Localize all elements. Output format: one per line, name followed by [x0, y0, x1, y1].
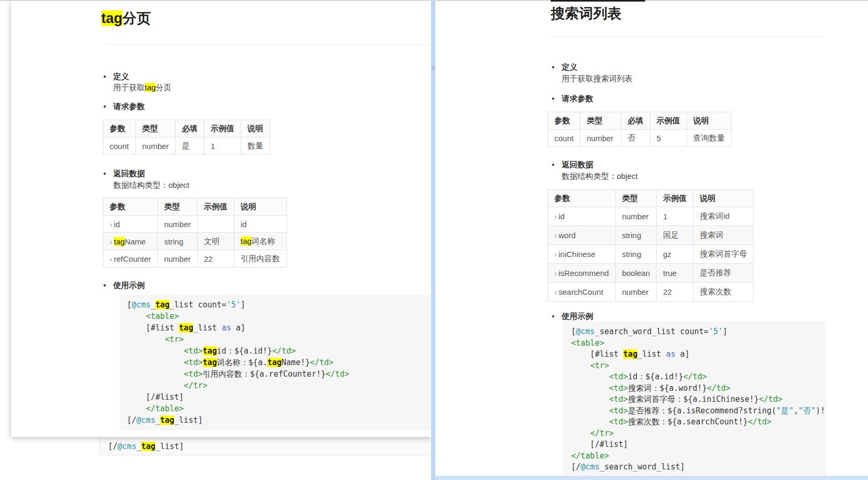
- highlight-mark: tag: [141, 442, 155, 451]
- table-header-row: 参数类型示例值说明: [548, 190, 754, 207]
- code-line: <td>tag词名称：${a.tagName!}</td>: [127, 357, 431, 368]
- text-segment: '5': [227, 300, 241, 310]
- table-cell: tag词名称: [234, 233, 286, 250]
- section-request-params: •请求参数: [552, 93, 593, 104]
- section-label: 定义: [113, 72, 129, 81]
- text-segment: ]: [241, 300, 245, 310]
- text-segment: <table>: [146, 312, 179, 321]
- table-row: countnumber是1数量: [103, 137, 270, 155]
- left-screenshot-area: [/@cms_tag_list] tag分页 •定义 用于获取tag分页 •请求…: [0, 0, 431, 480]
- table-cell: string: [157, 233, 197, 250]
- text-segment: iniChinese: [559, 250, 595, 259]
- text-segment: [571, 406, 609, 415]
- text-segment: _list: [193, 323, 221, 333]
- table-cell: 22: [197, 250, 234, 268]
- table-row: ›iniChinesestringgz搜索词首字母: [548, 245, 754, 264]
- table-cell: ›searchCount: [548, 283, 616, 302]
- text-segment: ]: [723, 327, 727, 336]
- column-header: 示例值: [650, 112, 687, 130]
- table-cell: 1: [204, 137, 241, 155]
- table-cell: 国足: [657, 226, 693, 245]
- section-definition: •定义: [103, 71, 129, 82]
- text-segment: 词名称: [252, 237, 275, 246]
- text-segment: [/: [571, 462, 581, 472]
- column-header: 参数: [548, 112, 581, 130]
- text-segment: 搜索词：${a.word!}: [628, 383, 706, 393]
- text-segment: [127, 346, 184, 356]
- table-cell: number: [615, 283, 656, 302]
- bullet-icon: •: [552, 93, 562, 104]
- text-segment: Name: [125, 237, 146, 246]
- text-segment: <td>: [184, 346, 202, 356]
- bullet-icon: •: [103, 168, 113, 179]
- table-cell: ›refCounter: [103, 250, 158, 268]
- text-segment: [127, 312, 146, 321]
- text-segment: id: [559, 212, 565, 221]
- definition-text: 用于获取tag分页: [113, 82, 172, 93]
- highlight-mark: tag: [101, 10, 123, 26]
- text-segment: [/#list]: [127, 392, 184, 402]
- text-segment: word: [559, 231, 576, 240]
- table-cell: number: [615, 207, 656, 226]
- text-segment: <td>: [184, 369, 202, 379]
- column-header: 示例值: [204, 120, 241, 137]
- text-segment: <td>: [609, 383, 628, 393]
- text-segment: a]: [231, 323, 245, 333]
- table-cell: number: [136, 137, 176, 155]
- table-cell: 否: [621, 130, 650, 147]
- response-data-table: 参数类型示例值说明›idnumber1搜索词id›wordstring国足搜索词…: [548, 189, 754, 302]
- text-segment: )!}: [816, 406, 826, 415]
- highlight-mark: tag: [203, 358, 217, 367]
- text-segment: '5': [709, 327, 723, 336]
- usage-example-code: [@cms_tag_list count='5'] <table> [#list…: [120, 295, 431, 430]
- text-segment: ›: [554, 250, 559, 259]
- text-segment: _list]: [174, 415, 202, 425]
- text-segment: 引用内容数：${a.refCounter!}: [203, 369, 326, 379]
- bullet-icon: •: [552, 159, 562, 170]
- column-header: 说明: [693, 190, 754, 207]
- data-type-note: 数据结构类型：object: [113, 180, 189, 190]
- section-label: 请求参数: [562, 94, 593, 103]
- scrollbar-strip[interactable]: [431, 0, 435, 480]
- text-segment: 分页: [123, 10, 151, 26]
- code-line: <td>是否推荐：${a.isRecommend?string("是","否")…: [571, 406, 826, 417]
- highlight-mark: tag: [160, 415, 174, 425]
- bullet-icon: •: [552, 62, 562, 72]
- table-cell: id: [234, 216, 286, 233]
- bullet-icon: •: [103, 101, 113, 112]
- text-segment: ›: [554, 231, 559, 240]
- text-segment: </td>: [748, 417, 771, 426]
- code-line: [@cms_tag_list count='5']: [127, 299, 431, 311]
- code-line: <table>: [127, 311, 431, 322]
- request-params-table: 参数类型必填示例值说明countnumber是1数量: [103, 120, 270, 155]
- code-line: <td>搜索次数：${a.searchCount!}</td>: [571, 417, 826, 428]
- section-label: 返回数据: [562, 160, 593, 169]
- table-row: countnumber否5查询数量: [548, 130, 732, 147]
- table-row: ›tagNamestring文明tag词名称: [103, 233, 287, 250]
- code-line: [@cms_search_word_list count='5']: [571, 326, 826, 338]
- text-segment: <td>: [184, 358, 202, 367]
- cropped-heading-edge: [551, 0, 645, 2]
- text-segment: [571, 383, 609, 393]
- text-segment: _list: [637, 349, 666, 359]
- code-line: <tr>: [571, 360, 826, 372]
- tag-page-panel: tag分页 •定义 用于获取tag分页 •请求参数 参数类型必填示例值说明cou…: [11, 1, 431, 437]
- title-divider: [551, 37, 823, 37]
- scrollbar-thumb[interactable]: [431, 66, 435, 69]
- table-row: ›idnumber1搜索词id: [548, 207, 754, 226]
- highlight-mark: tag: [241, 237, 252, 246]
- text-segment: a]: [676, 349, 690, 359]
- column-header: 参数: [103, 120, 136, 137]
- table-cell: ›id: [103, 216, 158, 233]
- column-header: 说明: [687, 112, 731, 130]
- code-line: </table>: [127, 403, 431, 414]
- text-segment: </td>: [272, 346, 296, 356]
- table-cell: number: [157, 250, 197, 268]
- code-line: [/#list]: [571, 439, 826, 451]
- highlight-mark: tag: [623, 349, 637, 359]
- table-cell: 数量: [241, 137, 270, 155]
- text-segment: @cms: [117, 442, 136, 451]
- section-usage-example: •使用示例: [552, 311, 593, 322]
- text-segment: [571, 372, 609, 381]
- text-segment: 搜索词首字母：${a.iniChinese!}: [628, 394, 759, 404]
